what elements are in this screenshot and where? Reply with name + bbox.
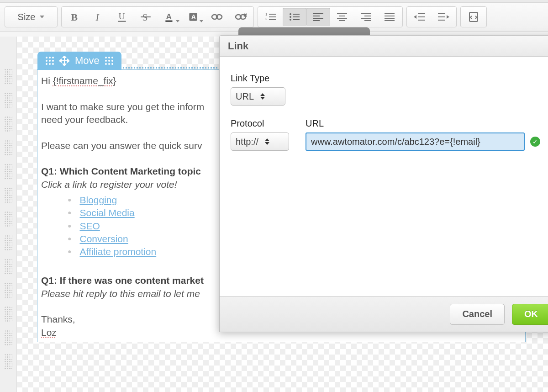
svg-text:I: I (95, 12, 100, 23)
protocol-label: Protocol (231, 118, 289, 129)
ruler-tick (4, 92, 12, 108)
font-size-label: Size (18, 12, 36, 22)
source-button[interactable] (462, 8, 485, 26)
move-handle[interactable]: Move (37, 52, 121, 70)
chevron-down-icon (40, 16, 44, 18)
link-type-select[interactable]: URL (231, 87, 285, 106)
left-ruler (0, 37, 16, 392)
url-label: URL (306, 118, 540, 129)
dialog-footer: Cancel OK (220, 296, 548, 332)
indent-group (406, 6, 457, 27)
bullet-list-button[interactable] (283, 8, 306, 26)
background-color-button[interactable]: A (181, 8, 205, 26)
signature: Loz (41, 327, 57, 338)
greeting-prefix: Hi (41, 75, 53, 86)
svg-text:A: A (191, 13, 196, 21)
move-icon (59, 56, 69, 66)
vote-link[interactable]: Blogging (79, 195, 117, 205)
protocol-select[interactable]: http:// (231, 132, 289, 151)
dialog-title-bar[interactable]: Link (220, 36, 548, 57)
move-label: Move (75, 55, 100, 67)
svg-text:B: B (71, 12, 77, 23)
svg-text:U: U (118, 11, 125, 21)
underline-button[interactable]: U (110, 8, 134, 26)
svg-marker-54 (63, 56, 66, 58)
vote-link[interactable]: SEO (79, 221, 100, 231)
ok-button[interactable]: OK (512, 304, 548, 325)
url-input[interactable] (306, 132, 525, 151)
svg-marker-55 (63, 64, 66, 66)
ruler-tick (4, 69, 12, 84)
unlink-button[interactable] (229, 8, 253, 26)
dialog-title-text: Link (228, 40, 248, 52)
vote-link[interactable]: Social Media (79, 207, 134, 218)
ruler-tick (4, 282, 12, 298)
italic-button[interactable]: I (86, 8, 110, 26)
vote-link[interactable]: Conversion (79, 233, 128, 244)
numbered-list-button[interactable]: 12 (259, 8, 283, 26)
ruler-tick (4, 187, 12, 203)
updown-icon (260, 93, 265, 100)
ruler-tick (4, 306, 12, 322)
ruler-tick (4, 235, 12, 250)
svg-rect-7 (165, 21, 172, 22)
q2-label: Q1: If there was one content market (41, 275, 204, 286)
ruler-tick (4, 259, 12, 274)
q1-instruction: Click a link to register your vote! (41, 179, 177, 190)
updown-icon (265, 138, 269, 145)
bold-button[interactable]: B (63, 8, 86, 26)
grip-icon (46, 57, 54, 65)
dialog-body: Link Type URL Protocol http:// URL ✓ (220, 57, 548, 296)
ruler-tick (4, 140, 12, 155)
link-type-label: Link Type (231, 73, 285, 84)
align-right-button[interactable] (354, 8, 378, 26)
align-center-button[interactable] (330, 8, 354, 26)
align-justify-button[interactable] (378, 8, 401, 26)
align-left-button[interactable] (306, 8, 330, 26)
ruler-tick (4, 354, 12, 369)
q1-label: Q1: Which Content Marketing topic (41, 166, 201, 176)
list-align-group: 12 (258, 6, 403, 27)
svg-marker-46 (414, 15, 416, 19)
link-dialog: Link ✕ Link Type URL Protocol http:// (219, 35, 548, 332)
chevron-down-icon (176, 20, 179, 22)
svg-point-23 (290, 19, 291, 21)
text-style-group: B I U S A A (61, 6, 254, 27)
cancel-button[interactable]: Cancel (450, 304, 505, 325)
ruler-tick (4, 116, 12, 132)
svg-point-22 (290, 16, 291, 18)
font-size-group: Size (5, 6, 58, 27)
chevron-down-icon (200, 20, 203, 22)
q2-instruction: Please hit reply to this email to let me (41, 288, 200, 299)
ruler-tick (4, 330, 12, 345)
source-group (460, 6, 487, 27)
svg-marker-50 (447, 15, 449, 19)
svg-point-21 (290, 13, 291, 15)
text-color-button[interactable]: A (158, 8, 181, 26)
vote-link[interactable]: Affiliate promotion (79, 246, 156, 257)
strikethrough-button[interactable]: S (134, 8, 158, 26)
link-type-value: URL (236, 91, 254, 102)
protocol-value: http:// (236, 137, 258, 147)
valid-check-icon: ✓ (530, 137, 540, 147)
ruler-tick (4, 211, 12, 227)
link-button[interactable] (205, 8, 229, 26)
grip-icon (105, 57, 113, 65)
ruler-tick (4, 164, 12, 179)
outdent-button[interactable] (408, 8, 432, 26)
svg-text:A: A (166, 12, 172, 21)
indent-button[interactable] (432, 8, 455, 26)
font-size-dropdown[interactable]: Size (6, 8, 56, 26)
svg-marker-56 (59, 59, 61, 62)
svg-text:1: 1 (265, 12, 268, 16)
svg-text:2: 2 (265, 17, 268, 21)
greeting-token: {!firstname_fix} (53, 75, 116, 86)
svg-marker-57 (68, 59, 69, 62)
